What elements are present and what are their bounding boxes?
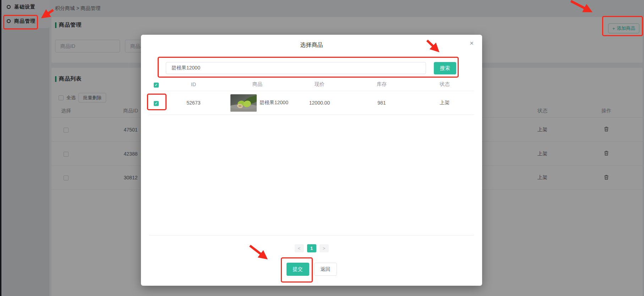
modal-search-input[interactable] [166,62,426,74]
close-icon[interactable]: × [470,40,474,46]
cell-price: 12000.00 [291,100,348,106]
product-image [230,94,257,112]
col-status: 状态 [415,81,474,88]
modal-row-checkbox[interactable] [154,101,159,106]
submit-button[interactable]: 提交 [286,263,309,276]
modal-footer-divider [149,235,474,235]
cell-stock: 981 [348,100,415,106]
pagination-prev-button[interactable]: < [295,244,304,252]
col-price: 现价 [291,81,348,88]
modal-select-all-checkbox[interactable] [154,83,159,88]
modal-table-header: ID 商品 现价 库存 状态 [149,78,474,91]
modal-table-row: 52673 [149,91,474,115]
modal-search-button[interactable]: 搜索 [434,62,456,74]
col-stock: 库存 [348,81,415,88]
col-id: ID [163,82,224,87]
cell-id: 52673 [163,100,224,106]
pagination-page-1[interactable]: 1 [307,244,316,252]
cell-status: 上架 [415,100,474,106]
pagination-next-button[interactable]: > [320,244,329,252]
modal-title: 选择商品 [141,41,482,49]
modal-table: ID 商品 现价 库存 状态 52673 [149,78,474,115]
col-product: 商品 [224,81,291,88]
product-name: 碧根果12000 [260,100,288,106]
modal-actions: 提交 返回 [141,263,482,276]
app-root: 基础设置 商品管理 积分商城 > 商品管理 商品管理 + 添加商品 商品列表 [0,0,644,296]
select-product-modal: 选择商品 × 搜索 ID 商品 现价 库存 状态 52673 [141,35,482,286]
pagination: < 1 > [141,244,482,252]
cell-product: 碧根果12000 [224,94,291,112]
back-button[interactable]: 返回 [314,263,337,276]
